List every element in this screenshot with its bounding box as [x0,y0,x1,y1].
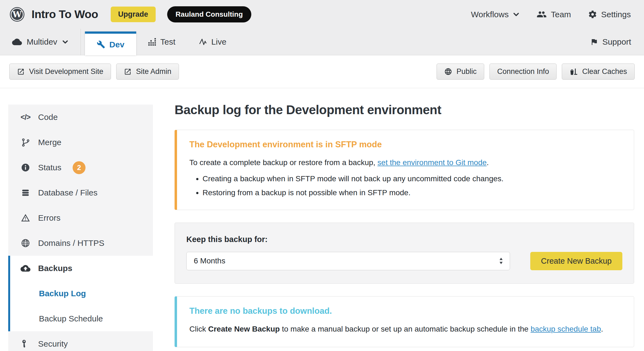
pantheon-dashboard: W Intro To Woo Upgrade Rauland Consultin… [0,0,644,351]
settings-nav[interactable]: Settings [588,10,631,19]
tab-test[interactable]: Test [136,29,187,55]
retention-selected-value: 6 Months [194,257,225,265]
sidebar-item-status[interactable]: Status 2 [8,155,153,180]
chevron-down-icon [62,39,69,45]
sidebar-item-database-files[interactable]: Database / Files [8,180,153,205]
sidebar-item-label: Errors [38,213,61,223]
info-text-middle: to make a manual backup or set up an aut… [280,325,531,333]
connection-info-button[interactable]: Connection Info [489,64,557,80]
environment-action-bar: Visit Development Site Site Admin Public… [0,55,644,88]
clear-caches-button[interactable]: Clear Caches [562,64,635,80]
sidebar-item-label: Merge [38,138,61,147]
key-icon [20,339,31,349]
warning-text: To create a complete backup or restore f… [189,158,377,167]
external-link-icon [17,68,25,76]
environment-tab-bar: Multidev Dev Test [0,29,644,55]
tab-live[interactable]: Live [187,29,238,55]
sidebar-item-code[interactable]: </> Code [8,105,153,130]
sidebar-item-errors[interactable]: Errors [8,205,153,231]
sidebar-subitem-label: Backup Log [39,289,86,298]
cloud-upload-icon [20,263,31,273]
info-circle-icon [20,163,31,172]
sidebar-item-backup-log[interactable]: Backup Log [10,281,153,306]
site-admin-label: Site Admin [136,67,171,76]
external-link-icon [124,68,132,76]
content-area: </> Code Merge Status 2 Databas [0,88,644,351]
public-button[interactable]: Public [437,64,485,80]
public-label: Public [457,67,477,76]
sidebar-item-label: Code [38,113,58,122]
globe-icon [444,68,452,76]
flag-icon [590,38,598,46]
sidebar-item-backups[interactable]: Backups [10,256,153,281]
upgrade-button[interactable]: Upgrade [111,7,156,22]
warning-bullet-list: Creating a backup when in SFTP mode will… [189,173,622,199]
select-arrows-icon [499,257,503,264]
sidebar-item-label: Database / Files [38,188,98,197]
workflows-label: Workflows [471,10,509,19]
sftp-mode-warning: The Development environment is in SFTP m… [175,130,634,210]
git-mode-link[interactable]: set the environment to Git mode [377,158,486,167]
workflows-menu[interactable]: Workflows [471,10,520,19]
no-backups-notice: There are no backups to download. Click … [175,296,634,347]
warning-title: The Development environment is in SFTP m… [189,140,622,149]
gear-icon [588,10,597,19]
visit-development-site-button[interactable]: Visit Development Site [9,64,111,80]
wordpress-logo-icon: W [9,7,25,22]
clear-caches-label: Clear Caches [582,67,627,76]
environment-sidebar: </> Code Merge Status 2 Databas [8,105,153,351]
database-icon [20,188,31,197]
warning-text-suffix: . [487,158,489,167]
sidebar-item-label: Security [38,339,68,349]
svg-text:W: W [12,10,22,19]
live-pulse-icon [199,38,207,46]
backup-retention-select[interactable]: 6 Months [186,252,510,270]
sidebar-item-label: Domains / HTTPS [38,238,104,248]
info-body: Click Create New Backup to make a manual… [189,323,622,335]
sidebar-item-label: Status [38,163,61,172]
top-navigation: Workflows Team Settings [471,9,631,19]
site-header: W Intro To Woo Upgrade Rauland Consultin… [0,0,644,29]
info-bold-text: Create New Backup [208,325,280,333]
sidebar-item-backup-schedule[interactable]: Backup Schedule [10,306,153,331]
site-title: Intro To Woo [32,8,98,21]
tab-dev[interactable]: Dev [85,31,136,55]
sidebar-item-security[interactable]: Security [8,331,153,351]
backup-schedule-tab-link[interactable]: backup schedule tab [531,325,601,333]
team-nav[interactable]: Team [537,9,571,19]
clear-caches-broom-icon [569,68,578,76]
team-label: Team [551,10,571,19]
settings-label: Settings [601,10,631,19]
info-text-suffix: . [601,325,603,333]
tab-live-label: Live [211,37,226,47]
create-backup-row: 6 Months Create New Backup [186,252,622,270]
sidebar-item-merge[interactable]: Merge [8,130,153,155]
sidebar-group-backups: Backups Backup Log Backup Schedule [8,256,153,331]
create-backup-panel: Keep this backup for: 6 Months Create Ne… [175,223,634,284]
tab-dev-label: Dev [109,40,124,49]
globe-grid-icon [20,238,31,248]
chevron-down-icon [513,11,520,18]
multidev-dropdown[interactable]: Multidev [0,29,81,55]
warning-body: To create a complete backup or restore f… [189,157,622,168]
sidebar-subitem-label: Backup Schedule [39,314,103,323]
test-metrics-icon [148,38,156,46]
organization-badge[interactable]: Rauland Consulting [167,6,252,22]
support-link[interactable]: Support [590,29,644,55]
cloud-icon [12,37,22,47]
page-title: Backup log for the Development environme… [175,102,634,117]
site-admin-button[interactable]: Site Admin [116,64,179,80]
code-icon: </> [20,113,31,122]
warning-triangle-icon [20,213,31,223]
git-branch-icon [20,138,31,147]
warning-bullet: Restoring from a backup is not possible … [203,187,622,198]
action-bar-right: Public Connection Info Clear Caches [437,64,635,80]
connection-info-label: Connection Info [497,67,549,76]
sidebar-item-label: Backups [38,264,72,273]
create-new-backup-button[interactable]: Create New Backup [530,252,622,270]
info-title: There are no backups to download. [189,306,622,316]
sidebar-item-domains-https[interactable]: Domains / HTTPS [8,231,153,256]
warning-bullet: Creating a backup when in SFTP mode will… [203,173,622,185]
info-text: Click [189,325,208,333]
wrench-icon [97,40,105,49]
